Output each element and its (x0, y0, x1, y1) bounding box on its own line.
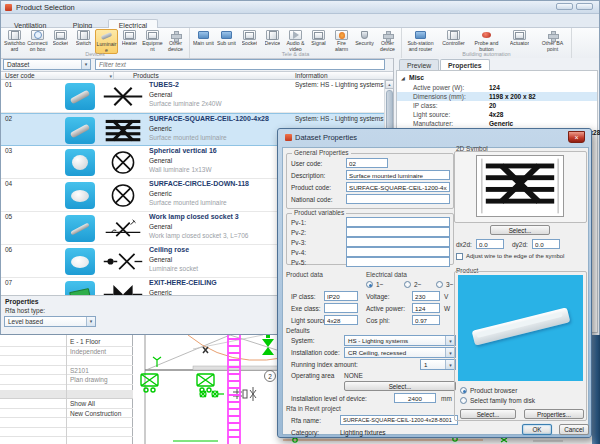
description-label: Description: (291, 172, 325, 179)
ribbon-button-equipment[interactable]: Equipment (141, 29, 164, 52)
audio-video-icon (289, 30, 302, 40)
product-properties-button[interactable]: Properties... (524, 409, 584, 419)
ribbon-button-device[interactable]: Device (261, 29, 284, 47)
ribbon-button-switchboard[interactable]: Switchboard (3, 29, 26, 52)
installation-code-dropdown[interactable]: CR Ceiling, recessed▾ (344, 347, 456, 358)
product-select-button[interactable]: Select... (460, 409, 516, 419)
running-index-dropdown[interactable]: 1▾ (420, 359, 456, 370)
property-category-misc[interactable]: ◢Misc (397, 73, 597, 82)
property-label: IP class: (413, 101, 437, 110)
dataset-dropdown[interactable]: Dataset ▾ (3, 59, 91, 70)
ribbon-button-sub-station-router[interactable]: Sub-station and router (404, 29, 437, 52)
filter-input[interactable] (95, 59, 385, 70)
group-label: Product variables (292, 209, 346, 216)
column-header-user-code[interactable]: User code ▾ (2, 72, 114, 80)
national-code-field[interactable] (346, 194, 450, 204)
ribbon-button-signal[interactable]: Signal (307, 29, 330, 47)
cos-phi-field[interactable] (412, 315, 440, 325)
property-row[interactable]: Dimensions (mm):1198 x 200 x 82 (397, 92, 597, 101)
running-index-value: 1 (424, 361, 427, 368)
property-row[interactable]: Active power (W):124 (397, 83, 597, 92)
rfa-name-field[interactable] (340, 415, 458, 425)
symbol-select-button[interactable]: Select... (490, 225, 550, 235)
system-dropdown[interactable]: HS - Lighting systems▾ (344, 335, 456, 346)
product-3d-preview[interactable] (458, 275, 583, 381)
phase-3-radio[interactable] (436, 281, 443, 288)
ribbon-button-other-ba-point[interactable]: Other BA point (536, 29, 569, 52)
ribbon-button-other-device[interactable]: Other device (164, 29, 187, 52)
table-row-01[interactable]: 01 TUBES-2 General Surface luminaire 2x4… (1, 80, 393, 113)
property-row[interactable]: IP class:20 (397, 101, 597, 110)
chevron-down-icon: ▾ (86, 317, 95, 326)
button-label: Sub unit (217, 41, 236, 47)
pv2-field[interactable] (346, 227, 450, 237)
active-power-unit: W (444, 305, 450, 312)
tab-preview[interactable]: Preview (399, 59, 439, 70)
ribbon-button-controller[interactable]: Controller (437, 29, 470, 47)
operating-area-select-button[interactable]: Select... (344, 381, 456, 391)
product-thumbnail (65, 149, 95, 176)
pv5-field[interactable] (346, 257, 450, 267)
property-row[interactable]: Manufacturer:Generic (397, 119, 597, 128)
pv3-label: Pv-3: (291, 239, 306, 246)
pv4-field[interactable] (346, 247, 450, 257)
installation-code-label: Installation code: (291, 349, 340, 356)
ribbon-button-fire-alarm[interactable]: Fire alarm (330, 29, 353, 52)
ribbon-button-probe-button[interactable]: Probe and button (470, 29, 503, 52)
product-browser-radio[interactable] (460, 387, 467, 394)
running-index-label: Running index amount: (291, 361, 358, 368)
dataset-properties-dialog: Dataset Properties × General Properties … (277, 128, 592, 438)
adjust-wire-checkbox[interactable] (456, 253, 463, 260)
product-title: SURFACE-CIRCLE-DOWN-118 (149, 180, 249, 187)
property-label: Light source: (413, 110, 450, 119)
ribbon-button-sub-unit[interactable]: Sub unit (215, 29, 238, 47)
property-row[interactable]: Light source:4x28 (397, 110, 597, 119)
dx2d-field[interactable] (476, 239, 504, 249)
ribbon-button-security[interactable]: Security (353, 29, 376, 47)
ribbon-button-socket[interactable]: Socket (49, 29, 72, 47)
light-source-field[interactable] (324, 315, 358, 325)
cancel-button[interactable]: Cancel (559, 424, 589, 435)
ribbon-button-other-tele-device[interactable]: Other device (376, 29, 399, 52)
dialog-icon (285, 134, 292, 141)
product-info: System: HS - Lighting systems (295, 81, 384, 88)
ribbon-button-actuator[interactable]: Actuator (503, 29, 536, 47)
phase-1-radio[interactable] (366, 281, 373, 288)
system-label: System: (291, 337, 314, 344)
exe-class-field[interactable] (324, 303, 358, 313)
family-from-disk-radio[interactable] (460, 397, 467, 404)
symbol-2d-preview (476, 155, 564, 217)
voltage-field[interactable] (412, 291, 440, 301)
defaults-label: Defaults (286, 327, 310, 334)
close-icon[interactable]: × (568, 131, 585, 143)
ribbon-button-tele-socket[interactable]: Socket (238, 29, 261, 47)
ribbon-button-audio-video[interactable]: Audio & video (284, 29, 307, 52)
category-value: Lighting fixtures (340, 429, 386, 436)
property-value: Generic (489, 119, 513, 128)
product-title: EXIT-HERE-CEILING (149, 279, 217, 286)
dy2d-field[interactable] (532, 239, 560, 249)
ribbon-button-main-unit[interactable]: Main unit (192, 29, 215, 47)
installation-level-field[interactable] (394, 393, 436, 403)
ip-class-field[interactable] (324, 291, 358, 301)
cos-phi-label: Cos phi: (366, 317, 390, 324)
minimize-button[interactable] (556, 3, 573, 10)
pv3-field[interactable] (346, 237, 450, 247)
rfa-host-type-dropdown[interactable]: Level based ▾ (4, 316, 96, 327)
column-header-products[interactable]: Products (133, 72, 159, 80)
phase-2-radio[interactable] (404, 281, 411, 288)
pv1-field[interactable] (346, 217, 450, 227)
ribbon-button-connection-box[interactable]: Connection box (26, 29, 49, 52)
product-code-field[interactable] (346, 182, 450, 192)
active-power-field[interactable] (412, 303, 440, 313)
window-titlebar[interactable]: Product Selection (1, 1, 599, 14)
ribbon-button-heater[interactable]: Heater (118, 29, 141, 47)
description-field[interactable] (346, 170, 450, 180)
column-header-information[interactable]: Information (295, 72, 328, 80)
tab-properties[interactable]: Properties (440, 59, 490, 70)
maximize-button[interactable] (576, 3, 593, 10)
ok-button[interactable]: OK (522, 424, 552, 435)
user-code-cell: 04 (5, 180, 12, 187)
ribbon-button-switch[interactable]: Switch (72, 29, 95, 47)
user-code-field[interactable] (346, 158, 388, 168)
